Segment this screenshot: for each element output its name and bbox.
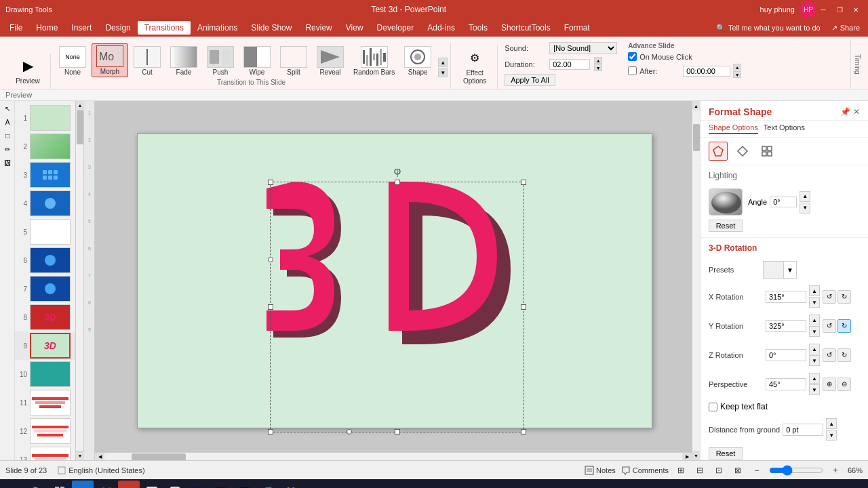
slide-thumb-9[interactable]: 9 3D <box>15 331 75 360</box>
transition-morph[interactable]: Mo Morph <box>92 43 128 77</box>
reset-rotation-btn[interactable]: Reset <box>709 447 743 460</box>
zoom-plus-btn[interactable]: + <box>829 464 842 477</box>
y-up[interactable]: ▲ <box>809 314 820 325</box>
panel-icon-fill[interactable] <box>733 142 752 161</box>
transition-wipe[interactable]: Wipe <box>239 45 275 77</box>
perspective-input[interactable] <box>766 378 806 390</box>
distance-input[interactable] <box>783 424 823 436</box>
handle-bm[interactable] <box>395 429 400 434</box>
menu-tools[interactable]: Tools <box>462 21 494 35</box>
taskbar-task-view[interactable] <box>49 481 71 488</box>
transition-split[interactable]: Split <box>276 45 311 77</box>
taskbar-premiere[interactable]: Pr <box>233 481 255 488</box>
transition-reveal[interactable]: Reveal <box>313 45 348 77</box>
handle-bl[interactable] <box>268 429 273 434</box>
taskbar-start[interactable]: ⊞ <box>3 481 24 488</box>
menu-home[interactable]: Home <box>29 21 64 35</box>
slide-thumb-11[interactable]: 11 <box>15 388 75 417</box>
scroll-thumb[interactable] <box>77 110 83 144</box>
taskbar-ps[interactable]: Ps <box>187 481 209 488</box>
menu-design[interactable]: Design <box>98 21 137 35</box>
slide-thumb-12[interactable]: 12 <box>15 417 75 445</box>
view-normal-btn[interactable]: ⊞ <box>674 464 688 477</box>
reset-lighting-btn[interactable]: Reset <box>709 220 743 232</box>
pin-icon[interactable]: 📌 <box>840 107 850 117</box>
menu-shortcuttools[interactable]: ShortcutTools <box>494 21 557 35</box>
maximize-btn[interactable]: ❐ <box>833 3 846 16</box>
z-down[interactable]: ▼ <box>809 355 820 366</box>
persp-narrow[interactable]: ⊖ <box>837 378 851 391</box>
tool-shapes[interactable]: □ <box>1 129 14 142</box>
sound-select[interactable]: [No Sound] <box>549 42 617 54</box>
taskbar-extra1[interactable]: 🎵 <box>256 481 278 488</box>
close-btn[interactable]: ✕ <box>849 3 863 16</box>
angle-down[interactable]: ▼ <box>800 203 810 214</box>
angle-up[interactable]: ▲ <box>800 191 810 202</box>
z-rotate-ccw[interactable]: ↺ <box>823 348 836 362</box>
taskbar-excel[interactable]: X <box>164 481 186 488</box>
persp-wide[interactable]: ⊕ <box>823 378 836 391</box>
taskbar-extra2[interactable]: 🦊 <box>279 481 301 488</box>
taskbar-edge[interactable] <box>72 481 94 488</box>
menu-animations[interactable]: Animations <box>191 21 244 35</box>
keep-text-flat-checkbox[interactable] <box>709 403 717 411</box>
canvas-scroll-left[interactable]: ◀ <box>95 453 104 461</box>
after-input[interactable] <box>683 66 730 77</box>
canvas-scroll-right[interactable]: ▶ <box>682 453 692 461</box>
after-down[interactable]: ▼ <box>733 71 741 78</box>
tool-select[interactable]: ↖ <box>1 102 14 115</box>
duration-up[interactable]: ▲ <box>594 57 602 64</box>
taskbar-explorer[interactable]: 📁 <box>95 481 117 488</box>
persp-down[interactable]: ▼ <box>809 384 820 395</box>
canvas-scroll-down[interactable]: ▼ <box>692 451 700 460</box>
view-slide-btn[interactable]: ⊡ <box>712 464 726 477</box>
panel-icon-layout[interactable] <box>757 142 776 161</box>
tool-pen[interactable]: ✏ <box>1 143 14 155</box>
x-rotate-cw[interactable]: ↻ <box>837 290 851 304</box>
z-up[interactable]: ▲ <box>809 344 820 354</box>
handle-br[interactable] <box>521 429 526 434</box>
canvas-scroll-thumb[interactable] <box>693 124 700 151</box>
slide-thumb-7[interactable]: 7 <box>15 274 75 303</box>
slide-thumb-6[interactable]: 6 <box>15 246 75 274</box>
z-rotate-cw[interactable]: ↻ <box>837 348 851 362</box>
slide-thumb-5[interactable]: 5 <box>15 218 75 246</box>
transition-scroll[interactable]: ▲ ▼ <box>438 58 448 77</box>
y-rotate-ccw[interactable]: ↺ <box>823 319 836 333</box>
transition-fade[interactable]: Fade <box>166 45 201 77</box>
transition-cut[interactable]: Cut <box>130 45 165 77</box>
x-rotation-input[interactable] <box>766 291 806 303</box>
apply-to-all-btn[interactable]: Apply To All <box>505 74 555 86</box>
zoom-slider[interactable] <box>769 465 823 476</box>
view-outline-btn[interactable]: ⊟ <box>693 464 707 477</box>
taskbar-ai[interactable]: Ai <box>210 481 232 488</box>
menu-file[interactable]: File <box>3 21 29 35</box>
slide-thumb-8[interactable]: 8 3D <box>15 303 75 331</box>
slide-thumb-10[interactable]: 10 <box>15 360 75 388</box>
canvas-h-thumb[interactable] <box>132 453 186 460</box>
menu-developer[interactable]: Developer <box>370 21 421 35</box>
transition-push[interactable]: Push <box>203 45 238 77</box>
panel-close-icon[interactable]: ✕ <box>853 107 860 117</box>
x-up[interactable]: ▲ <box>809 285 820 296</box>
transition-none[interactable]: None None <box>55 45 90 77</box>
tool-image[interactable]: 🖼 <box>1 157 14 169</box>
slide-thumb-3[interactable]: 3 <box>15 161 75 189</box>
slide-thumb-2[interactable]: 2 <box>15 132 75 161</box>
tab-shape-options[interactable]: Shape Options <box>709 123 758 134</box>
duration-input[interactable] <box>549 59 590 70</box>
taskbar-word[interactable]: W <box>141 481 163 488</box>
angle-input[interactable] <box>770 197 797 207</box>
lighting-preview-btn[interactable] <box>709 188 743 216</box>
canvas-scroll-up[interactable]: ▲ <box>692 101 700 110</box>
menu-view[interactable]: View <box>339 21 370 35</box>
menu-format[interactable]: Format <box>557 21 597 35</box>
z-rotation-input[interactable] <box>766 349 806 361</box>
transition-random-bars[interactable]: Random Bars <box>349 45 399 77</box>
handle-extra-b[interactable] <box>347 429 352 434</box>
taskbar-powerpoint[interactable]: P <box>118 481 140 488</box>
duration-down[interactable]: ▼ <box>594 64 602 71</box>
after-up[interactable]: ▲ <box>733 64 741 70</box>
x-rotate-ccw[interactable]: ↺ <box>823 290 836 304</box>
on-mouse-click-checkbox[interactable] <box>628 52 637 61</box>
